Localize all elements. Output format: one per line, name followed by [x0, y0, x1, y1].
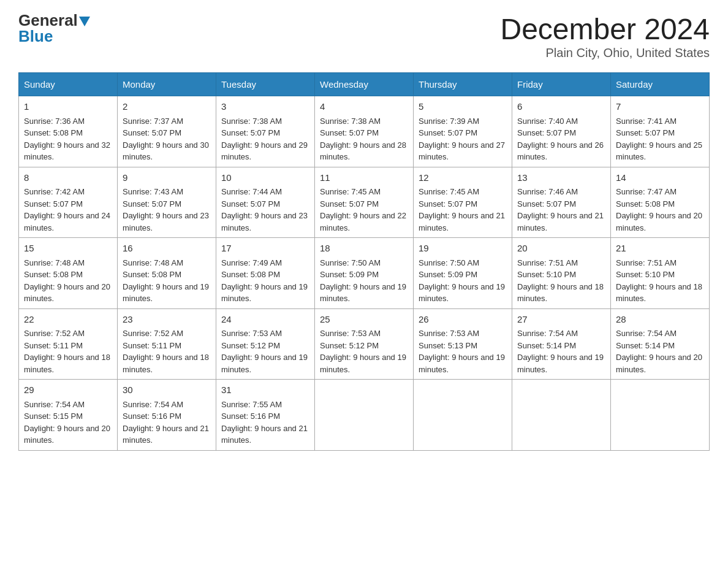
calendar-week-4: 22Sunrise: 7:52 AMSunset: 5:11 PMDayligh… [19, 308, 710, 380]
day-number: 12 [419, 171, 507, 185]
day-info: Sunrise: 7:48 AMSunset: 5:08 PMDaylight:… [24, 257, 112, 305]
calendar-cell [611, 380, 710, 451]
logo-blue-text: Blue [18, 28, 53, 44]
day-number: 25 [320, 313, 408, 327]
calendar-subtitle: Plain City, Ohio, United States [500, 46, 710, 60]
day-number: 17 [221, 242, 309, 256]
calendar-week-3: 15Sunrise: 7:48 AMSunset: 5:08 PMDayligh… [19, 238, 710, 309]
day-info: Sunrise: 7:43 AMSunset: 5:07 PMDaylight:… [123, 186, 211, 234]
day-info: Sunrise: 7:50 AMSunset: 5:09 PMDaylight:… [419, 257, 507, 305]
day-info: Sunrise: 7:48 AMSunset: 5:08 PMDaylight:… [123, 257, 211, 305]
day-number: 6 [517, 100, 605, 114]
day-info: Sunrise: 7:40 AMSunset: 5:07 PMDaylight:… [517, 115, 605, 163]
calendar-cell: 31Sunrise: 7:55 AMSunset: 5:16 PMDayligh… [216, 380, 315, 451]
calendar-cell: 16Sunrise: 7:48 AMSunset: 5:08 PMDayligh… [118, 238, 216, 309]
calendar-header-row: SundayMondayTuesdayWednesdayThursdayFrid… [19, 73, 710, 96]
day-info: Sunrise: 7:53 AMSunset: 5:12 PMDaylight:… [221, 327, 309, 375]
calendar-cell: 28Sunrise: 7:54 AMSunset: 5:14 PMDayligh… [611, 308, 710, 380]
day-number: 9 [123, 171, 211, 185]
calendar-week-1: 1Sunrise: 7:36 AMSunset: 5:08 PMDaylight… [19, 96, 710, 167]
calendar-cell: 7Sunrise: 7:41 AMSunset: 5:07 PMDaylight… [611, 96, 710, 167]
header-friday: Friday [512, 73, 611, 96]
day-info: Sunrise: 7:36 AMSunset: 5:08 PMDaylight:… [24, 115, 112, 163]
day-info: Sunrise: 7:51 AMSunset: 5:10 PMDaylight:… [616, 257, 704, 305]
day-info: Sunrise: 7:53 AMSunset: 5:13 PMDaylight:… [419, 327, 507, 375]
calendar-cell: 21Sunrise: 7:51 AMSunset: 5:10 PMDayligh… [611, 238, 710, 309]
calendar-cell [414, 380, 512, 451]
day-info: Sunrise: 7:47 AMSunset: 5:08 PMDaylight:… [616, 186, 704, 234]
day-info: Sunrise: 7:39 AMSunset: 5:07 PMDaylight:… [419, 115, 507, 163]
day-number: 24 [221, 313, 309, 327]
header-monday: Monday [118, 73, 216, 96]
day-number: 7 [616, 100, 704, 114]
day-number: 26 [419, 313, 507, 327]
svg-marker-0 [79, 17, 90, 26]
calendar-cell: 27Sunrise: 7:54 AMSunset: 5:14 PMDayligh… [512, 308, 611, 380]
day-info: Sunrise: 7:50 AMSunset: 5:09 PMDaylight:… [320, 257, 408, 305]
day-info: Sunrise: 7:55 AMSunset: 5:16 PMDaylight:… [221, 399, 309, 446]
calendar-cell: 23Sunrise: 7:52 AMSunset: 5:11 PMDayligh… [118, 308, 216, 380]
calendar-cell: 3Sunrise: 7:38 AMSunset: 5:07 PMDaylight… [216, 96, 315, 167]
calendar-title: December 2024 [500, 12, 710, 46]
day-number: 21 [616, 242, 704, 256]
day-info: Sunrise: 7:42 AMSunset: 5:07 PMDaylight:… [24, 186, 112, 234]
calendar-cell: 18Sunrise: 7:50 AMSunset: 5:09 PMDayligh… [315, 238, 414, 309]
day-number: 27 [517, 313, 605, 327]
day-number: 2 [123, 100, 211, 114]
day-number: 29 [24, 383, 112, 397]
calendar-cell: 4Sunrise: 7:38 AMSunset: 5:07 PMDaylight… [315, 96, 414, 167]
day-number: 23 [123, 313, 211, 327]
calendar-cell: 13Sunrise: 7:46 AMSunset: 5:07 PMDayligh… [512, 167, 611, 238]
calendar-cell: 14Sunrise: 7:47 AMSunset: 5:08 PMDayligh… [611, 167, 710, 238]
day-info: Sunrise: 7:51 AMSunset: 5:10 PMDaylight:… [517, 257, 605, 305]
day-info: Sunrise: 7:53 AMSunset: 5:12 PMDaylight:… [320, 327, 408, 375]
day-number: 16 [123, 242, 211, 256]
day-number: 22 [24, 313, 112, 327]
calendar-cell: 22Sunrise: 7:52 AMSunset: 5:11 PMDayligh… [19, 308, 118, 380]
logo-general-text: General [18, 12, 90, 28]
day-info: Sunrise: 7:45 AMSunset: 5:07 PMDaylight:… [419, 186, 507, 234]
day-info: Sunrise: 7:52 AMSunset: 5:11 PMDaylight:… [24, 327, 112, 375]
calendar-table: SundayMondayTuesdayWednesdayThursdayFrid… [18, 72, 710, 451]
calendar-week-5: 29Sunrise: 7:54 AMSunset: 5:15 PMDayligh… [19, 380, 710, 451]
calendar-cell: 2Sunrise: 7:37 AMSunset: 5:07 PMDaylight… [118, 96, 216, 167]
day-number: 8 [24, 171, 112, 185]
day-info: Sunrise: 7:44 AMSunset: 5:07 PMDaylight:… [221, 186, 309, 234]
day-info: Sunrise: 7:52 AMSunset: 5:11 PMDaylight:… [123, 327, 211, 375]
day-info: Sunrise: 7:37 AMSunset: 5:07 PMDaylight:… [123, 115, 211, 163]
day-info: Sunrise: 7:54 AMSunset: 5:15 PMDaylight:… [24, 399, 112, 446]
calendar-cell: 6Sunrise: 7:40 AMSunset: 5:07 PMDaylight… [512, 96, 611, 167]
calendar-cell: 26Sunrise: 7:53 AMSunset: 5:13 PMDayligh… [414, 308, 512, 380]
calendar-cell: 17Sunrise: 7:49 AMSunset: 5:08 PMDayligh… [216, 238, 315, 309]
calendar-cell [315, 380, 414, 451]
day-number: 19 [419, 242, 507, 256]
day-number: 13 [517, 171, 605, 185]
day-number: 1 [24, 100, 112, 114]
day-info: Sunrise: 7:41 AMSunset: 5:07 PMDaylight:… [616, 115, 704, 163]
day-info: Sunrise: 7:54 AMSunset: 5:16 PMDaylight:… [123, 399, 211, 446]
logo: General Blue [18, 12, 90, 44]
title-block: December 2024 Plain City, Ohio, United S… [500, 12, 710, 60]
day-number: 15 [24, 242, 112, 256]
day-number: 4 [320, 100, 408, 114]
day-info: Sunrise: 7:54 AMSunset: 5:14 PMDaylight:… [616, 327, 704, 375]
calendar-cell [512, 380, 611, 451]
calendar-cell: 25Sunrise: 7:53 AMSunset: 5:12 PMDayligh… [315, 308, 414, 380]
day-info: Sunrise: 7:46 AMSunset: 5:07 PMDaylight:… [517, 186, 605, 234]
day-number: 18 [320, 242, 408, 256]
day-number: 5 [419, 100, 507, 114]
header-thursday: Thursday [414, 73, 512, 96]
day-info: Sunrise: 7:38 AMSunset: 5:07 PMDaylight:… [320, 115, 408, 163]
day-info: Sunrise: 7:54 AMSunset: 5:14 PMDaylight:… [517, 327, 605, 375]
calendar-week-2: 8Sunrise: 7:42 AMSunset: 5:07 PMDaylight… [19, 167, 710, 238]
day-info: Sunrise: 7:49 AMSunset: 5:08 PMDaylight:… [221, 257, 309, 305]
calendar-cell: 29Sunrise: 7:54 AMSunset: 5:15 PMDayligh… [19, 380, 118, 451]
header-saturday: Saturday [611, 73, 710, 96]
calendar-cell: 9Sunrise: 7:43 AMSunset: 5:07 PMDaylight… [118, 167, 216, 238]
header-wednesday: Wednesday [315, 73, 414, 96]
calendar-cell: 19Sunrise: 7:50 AMSunset: 5:09 PMDayligh… [414, 238, 512, 309]
day-info: Sunrise: 7:38 AMSunset: 5:07 PMDaylight:… [221, 115, 309, 163]
header-tuesday: Tuesday [216, 73, 315, 96]
day-number: 3 [221, 100, 309, 114]
day-number: 20 [517, 242, 605, 256]
